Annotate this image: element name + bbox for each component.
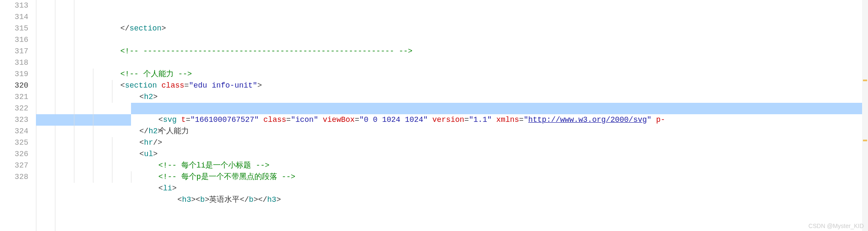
line-number: 317 xyxy=(0,46,28,57)
line-number: 328 xyxy=(0,171,28,183)
watermark: CSDN @Myster_KID xyxy=(808,223,864,229)
line-number-active: 320 xyxy=(0,80,28,91)
line-number: 318 xyxy=(0,57,28,69)
line-number: 325 xyxy=(0,137,28,148)
code-content[interactable]: </section> <!-- ------------------------… xyxy=(36,0,868,231)
code-line[interactable] xyxy=(36,11,868,23)
code-editor[interactable]: 313 314 315 316 317 318 319 320 321 322 … xyxy=(0,0,868,231)
code-line[interactable]: </h2> xyxy=(36,103,868,114)
line-number: 321 xyxy=(0,91,28,103)
line-number: 327 xyxy=(0,160,28,171)
line-number-gutter: 313 314 315 316 317 318 319 320 321 322 … xyxy=(0,0,36,231)
code-line[interactable]: <!-- 每个p是一个不带黑点的段落 --> xyxy=(36,148,868,160)
line-number: 313 xyxy=(0,0,28,11)
line-number: 316 xyxy=(0,34,28,46)
code-line[interactable] xyxy=(36,34,868,46)
minimap-marker xyxy=(863,80,867,81)
line-number: 314 xyxy=(0,11,28,23)
code-line[interactable]: <section class="edu info-unit"> xyxy=(36,57,868,69)
code-line[interactable]: 个人能力 xyxy=(36,91,868,103)
line-number: 323 xyxy=(0,114,28,126)
line-number: 326 xyxy=(0,148,28,160)
line-number: 324 xyxy=(0,126,28,137)
code-line[interactable]: </section> xyxy=(36,0,868,11)
vertical-scrollbar[interactable] xyxy=(862,0,868,231)
minimap-marker xyxy=(863,140,867,141)
line-number: 315 xyxy=(0,23,28,34)
line-number: 319 xyxy=(0,69,28,80)
line-number: 322 xyxy=(0,103,28,114)
